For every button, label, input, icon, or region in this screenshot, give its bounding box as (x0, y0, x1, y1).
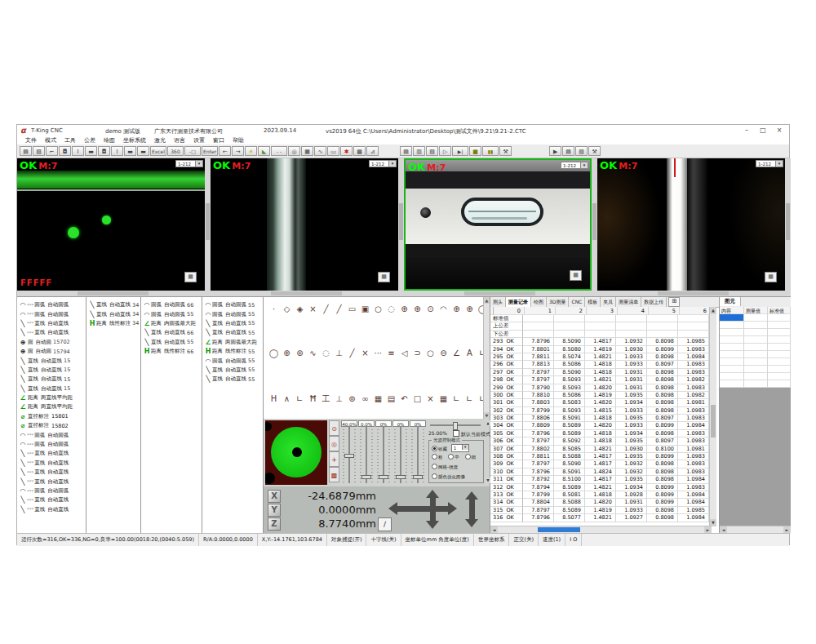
value-cell[interactable]: 0.8099 (647, 422, 678, 429)
value-cell[interactable]: 1.0934 (616, 430, 647, 437)
value-cell[interactable]: 8.5090 (554, 460, 585, 468)
table-row[interactable]: 304OK 7.8809 8.5089 1.4820 1.0933 0.8099… (490, 422, 709, 429)
element-cell[interactable] (744, 344, 768, 351)
feature-item[interactable]: 直线 自动直线 55 (202, 366, 263, 375)
camera-1-image[interactable]: OK M:7 1-212 ▾ FFFFF ▦ (17, 158, 205, 291)
value-cell[interactable]: 1.0931 (616, 499, 647, 506)
toolbar-button[interactable]: ⚒ (499, 146, 512, 156)
value-cell[interactable]: 1.0982 (678, 376, 709, 384)
scroll-left-icon[interactable]: ◄ (720, 526, 727, 533)
value-cell[interactable]: 8.5093 (554, 384, 585, 392)
value-cell[interactable]: 7.8803 (523, 399, 554, 406)
table-row[interactable]: 313OK 7.8799 8.5081 1.4818 1.0928 0.8099… (490, 491, 709, 499)
element-cell[interactable] (768, 373, 791, 380)
palette-tool[interactable]: H (268, 393, 279, 405)
value-cell[interactable]: 0.8098 (647, 392, 678, 399)
toolbar-button[interactable]: ▷ (439, 146, 451, 156)
value-cell[interactable]: 7.8796 (523, 514, 554, 522)
value-cell[interactable]: 0.8099 (647, 453, 678, 460)
close-button[interactable]: × (773, 126, 786, 135)
menu-item[interactable]: 激光 (154, 136, 166, 144)
toolbar-button[interactable]: ← (219, 146, 231, 156)
value-cell[interactable]: 0.8099 (647, 499, 678, 506)
value-cell[interactable]: 7.8796 (523, 430, 554, 437)
feature-item[interactable]: *** 直线 自动直线 (17, 468, 86, 477)
feature-item[interactable]: 距离 两直线平均距 (17, 393, 86, 402)
element-cell[interactable] (720, 358, 744, 366)
value-cell[interactable]: 8.5091 (554, 469, 585, 476)
value-cell[interactable]: 1.0982 (678, 392, 709, 399)
palette-tool[interactable]: ∟ (464, 393, 475, 405)
value-cell[interactable]: 8.5089 (554, 507, 585, 514)
table-tab[interactable]: 测头 (490, 297, 506, 307)
value-cell[interactable]: 8.5090 (554, 338, 585, 345)
feature-item[interactable]: 直线 自动直线 55 (141, 338, 202, 347)
value-cell[interactable]: 1.4817 (585, 453, 616, 460)
value-cell[interactable]: 1.0935 (616, 453, 647, 460)
table-row[interactable]: 314OK 7.8804 8.5088 1.4820 1.0931 0.8099… (490, 499, 709, 506)
value-cell[interactable]: 1.4815 (585, 407, 616, 415)
table-tab[interactable]: 数据上传 (641, 297, 667, 307)
value-cell[interactable]: 1.0934 (616, 399, 647, 406)
value-cell[interactable]: 7.8799 (523, 491, 554, 499)
light-mode-button[interactable]: + (329, 451, 339, 467)
radio-icon[interactable] (432, 473, 437, 479)
toolbar-button[interactable]: Excel (150, 146, 166, 156)
camera-vscrollbar[interactable] (205, 158, 211, 291)
feature-item[interactable]: 圆弧 自动圆弧 55 (141, 309, 202, 318)
feature-item[interactable]: 距离 线性标注 34 (86, 319, 140, 328)
feature-item[interactable]: 直线 自动直线 15 (17, 384, 86, 393)
value-cell[interactable]: 8.5091 (554, 415, 585, 422)
palette-tool[interactable]: ◁ (399, 348, 410, 359)
column-header[interactable]: 0 (494, 307, 525, 315)
palette-tool[interactable]: ∟ (295, 393, 305, 405)
element-row[interactable] (720, 358, 791, 366)
table-row[interactable]: 295OK 7.8811 8.5074 1.4821 1.0933 0.8098… (490, 353, 709, 361)
value-cell[interactable]: 1.0933 (616, 353, 647, 361)
feature-item[interactable]: 直线 自动直线 15 (17, 375, 86, 384)
value-cell[interactable]: 1.0930 (616, 346, 647, 353)
column-header[interactable]: 1 (525, 307, 556, 315)
feature-item[interactable]: *** 圆弧 自动圆弧 (17, 440, 86, 449)
scroll-down-icon[interactable]: ▼ (484, 412, 490, 419)
camera-view-1[interactable]: OK M:7 1-212 ▾ FFFFF ▦ (17, 158, 211, 296)
palette-tool[interactable]: ▭ (347, 304, 357, 315)
element-row[interactable] (720, 373, 791, 380)
palette-tool[interactable]: ∧ (282, 393, 292, 405)
light-slider[interactable]: 0% (410, 420, 426, 483)
feature-item[interactable]: *** 直线 自动直线 (17, 505, 86, 514)
element-cell[interactable] (720, 366, 744, 373)
element-row[interactable] (720, 380, 791, 388)
value-cell[interactable]: 1.0983 (678, 384, 709, 392)
value-cell[interactable]: 1.0933 (616, 507, 647, 514)
value-cell[interactable]: 7.8811 (523, 353, 554, 361)
element-cell[interactable] (768, 380, 791, 388)
chevron-down-icon[interactable]: ▾ (580, 162, 588, 168)
menu-item[interactable]: 帮助 (233, 136, 244, 144)
palette-tool[interactable]: Ħ (308, 393, 318, 405)
camera-range-select[interactable]: 1-212 ▾ (175, 160, 203, 167)
value-cell[interactable]: 7.8790 (523, 384, 554, 392)
element-cell[interactable] (768, 322, 791, 329)
value-cell[interactable]: 1.4818 (585, 491, 616, 499)
element-cell[interactable] (768, 358, 791, 366)
palette-tool[interactable]: ▦ (438, 393, 449, 405)
vscroll-thumb[interactable] (711, 405, 716, 437)
value-cell[interactable]: 0.8098 (647, 369, 678, 376)
value-cell[interactable]: 8.5085 (554, 446, 585, 453)
value-cell[interactable]: 1.4817 (585, 460, 616, 468)
table-row[interactable]: 294OK 7.8801 8.5080 1.4819 1.0930 0.8099… (490, 346, 709, 353)
element-col-header[interactable]: 测量值 (744, 307, 768, 314)
value-cell[interactable]: 7.8797 (523, 507, 554, 514)
light-slider[interactable]: 0% (392, 420, 409, 483)
slider-thumb[interactable] (396, 475, 406, 479)
palette-tool[interactable]: ⊕ (399, 304, 410, 315)
value-cell[interactable]: 0.8098 (647, 407, 678, 415)
menu-item[interactable]: 绘图 (104, 136, 115, 144)
palette-tool[interactable]: ∟ (451, 393, 462, 405)
value-cell[interactable]: 1.0930 (616, 446, 647, 453)
feature-item[interactable]: 圆 自动圆 15794 (17, 347, 86, 356)
value-cell[interactable]: 1.0983 (678, 430, 709, 437)
radio-icon[interactable] (465, 454, 471, 460)
value-cell[interactable]: 8.5086 (554, 392, 585, 399)
